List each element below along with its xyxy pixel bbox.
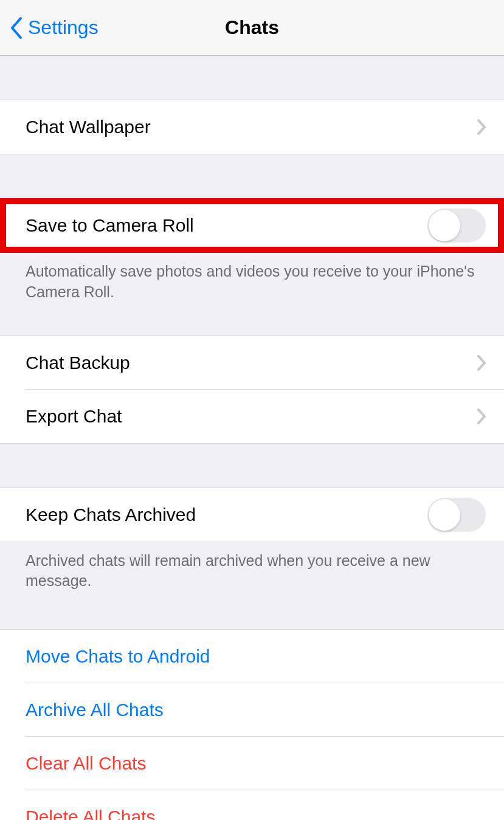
chevron-right-icon <box>477 408 486 424</box>
section-save-camera: Save to Camera Roll <box>0 198 504 253</box>
back-button-label: Settings <box>28 16 98 39</box>
save-to-camera-footer: Automatically save photos and videos you… <box>0 253 504 311</box>
save-to-camera-roll-label: Save to Camera Roll <box>26 215 427 236</box>
chat-wallpaper-row[interactable]: Chat Wallpaper <box>0 100 504 154</box>
section-backup-export: Chat Backup Export Chat <box>0 336 504 444</box>
chat-backup-row[interactable]: Chat Backup <box>0 336 504 390</box>
save-to-camera-roll-row[interactable]: Save to Camera Roll <box>0 199 504 252</box>
section-actions: Move Chats to Android Archive All Chats … <box>0 629 504 820</box>
chat-wallpaper-label: Chat Wallpaper <box>26 117 477 137</box>
section-keep-archived: Keep Chats Archived <box>0 488 504 542</box>
move-chats-to-android-row[interactable]: Move Chats to Android <box>0 630 504 683</box>
toggle-knob <box>429 210 460 241</box>
keep-chats-archived-row[interactable]: Keep Chats Archived <box>0 488 504 542</box>
export-chat-row[interactable]: Export Chat <box>0 390 504 443</box>
archive-all-chats-row[interactable]: Archive All Chats <box>0 683 504 737</box>
back-button[interactable]: Settings <box>10 16 98 40</box>
move-chats-to-android-label: Move Chats to Android <box>26 646 486 667</box>
keep-archived-footer: Archived chats will remain archived when… <box>0 542 504 601</box>
keep-chats-archived-toggle[interactable] <box>427 498 486 532</box>
highlighted-section: Save to Camera Roll <box>0 198 504 253</box>
save-to-camera-roll-toggle[interactable] <box>427 208 486 243</box>
navigation-bar: Settings Chats <box>0 0 504 56</box>
chevron-right-icon <box>477 119 486 135</box>
clear-all-chats-row[interactable]: Clear All Chats <box>0 737 504 790</box>
chat-backup-label: Chat Backup <box>26 353 477 373</box>
export-chat-label: Export Chat <box>26 406 477 427</box>
delete-all-chats-row[interactable]: Delete All Chats <box>0 790 504 820</box>
toggle-knob <box>429 499 460 531</box>
chevron-right-icon <box>477 355 486 371</box>
chevron-left-icon <box>10 16 23 40</box>
delete-all-chats-label: Delete All Chats <box>26 807 486 820</box>
section-wallpaper: Chat Wallpaper <box>0 100 504 154</box>
clear-all-chats-label: Clear All Chats <box>26 753 486 774</box>
archive-all-chats-label: Archive All Chats <box>26 700 486 720</box>
keep-chats-archived-label: Keep Chats Archived <box>26 505 427 525</box>
